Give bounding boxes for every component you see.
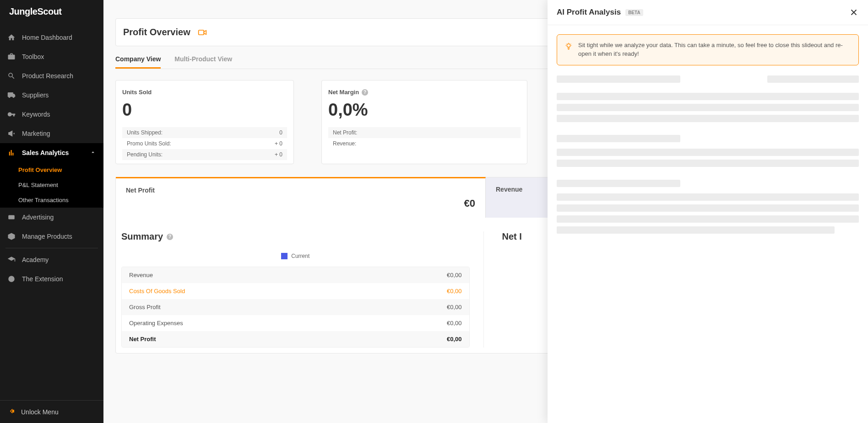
nav-label: Manage Products bbox=[22, 233, 72, 240]
nav-marketing[interactable]: Marketing bbox=[0, 124, 103, 143]
skeleton-block bbox=[557, 75, 859, 122]
ad-icon bbox=[7, 213, 16, 221]
stat-row: Revenue: bbox=[328, 138, 521, 149]
nav-label: Product Research bbox=[22, 72, 73, 80]
nav-home-dashboard[interactable]: Home Dashboard bbox=[0, 28, 103, 47]
skeleton-block bbox=[557, 135, 859, 167]
globe-icon bbox=[7, 275, 16, 283]
units-sold-card: Units Sold 0 Units Shipped:0 Promo Units… bbox=[115, 80, 294, 164]
summary-row-opex: Operating Expenses€0,00 bbox=[122, 315, 469, 331]
main-nav: Home Dashboard Toolbox Product Research … bbox=[0, 23, 103, 400]
nav-product-research[interactable]: Product Research bbox=[0, 66, 103, 86]
unlock-menu-button[interactable]: Unlock Menu bbox=[0, 400, 103, 423]
help-icon[interactable]: ? bbox=[167, 234, 173, 240]
video-icon[interactable] bbox=[198, 28, 207, 37]
nav-label: Academy bbox=[22, 256, 49, 263]
summary-table: Revenue€0,00 Costs Of Goods Sold€0,00 Gr… bbox=[121, 267, 470, 348]
net-margin-value: 0,0% bbox=[328, 100, 521, 120]
subnav-other-transactions[interactable]: Other Transactions bbox=[0, 193, 103, 208]
nav-extension[interactable]: The Extension bbox=[0, 269, 103, 289]
nav-label: Toolbox bbox=[22, 53, 44, 60]
profit-tab-net-profit[interactable]: Net Profit €0 bbox=[116, 177, 486, 218]
key-icon bbox=[7, 110, 16, 118]
legend: Current bbox=[121, 253, 470, 259]
units-sold-label: Units Sold bbox=[122, 89, 287, 96]
nav-keywords[interactable]: Keywords bbox=[0, 105, 103, 124]
stat-row: Net Profit: bbox=[328, 127, 521, 138]
slideout-body: Sit tight while we analyze your data. Th… bbox=[548, 25, 868, 256]
chart-icon bbox=[7, 149, 16, 157]
stat-row: Units Shipped:0 bbox=[122, 127, 287, 138]
graduation-icon bbox=[7, 256, 16, 264]
summary-row-net-profit: Net Profit€0,00 bbox=[122, 331, 469, 347]
net-margin-card: Net Margin ? 0,0% Net Profit: Revenue: bbox=[321, 80, 527, 164]
summary-row-gross: Gross Profit€0,00 bbox=[122, 299, 469, 315]
truck-icon bbox=[7, 91, 16, 99]
summary-row-cogs[interactable]: Costs Of Goods Sold€0,00 bbox=[122, 283, 469, 299]
help-icon[interactable]: ? bbox=[362, 89, 368, 96]
svg-rect-3 bbox=[198, 30, 204, 35]
nav-advertising[interactable]: Advertising bbox=[0, 208, 103, 227]
nav-divider bbox=[5, 248, 98, 248]
legend-label: Current bbox=[291, 253, 309, 259]
net-margin-label: Net Margin ? bbox=[328, 89, 521, 96]
svg-rect-0 bbox=[8, 215, 15, 220]
summary-row-revenue: Revenue€0,00 bbox=[122, 267, 469, 283]
nav-sales-analytics[interactable]: Sales Analytics bbox=[0, 143, 103, 162]
nav-academy[interactable]: Academy bbox=[0, 250, 103, 269]
nav-label: Advertising bbox=[22, 214, 54, 221]
close-icon[interactable] bbox=[849, 7, 859, 17]
nav-label: Sales Analytics bbox=[22, 149, 69, 156]
loading-alert: Sit tight while we analyze your data. Th… bbox=[557, 34, 859, 65]
nav-label: Keywords bbox=[22, 111, 50, 118]
home-icon bbox=[7, 33, 16, 42]
ai-profit-analysis-slideout: AI Profit Analysis BETA Sit tight while … bbox=[548, 0, 868, 423]
units-sold-value: 0 bbox=[122, 100, 287, 120]
alert-text: Sit tight while we analyze your data. Th… bbox=[578, 41, 851, 59]
beta-badge: BETA bbox=[625, 9, 643, 16]
page-title: Profit Overview bbox=[123, 27, 190, 37]
unlock-label: Unlock Menu bbox=[21, 408, 59, 416]
sidebar: JungleScout Home Dashboard Toolbox Produ… bbox=[0, 0, 103, 423]
nav-label: Marketing bbox=[22, 130, 50, 137]
box-icon bbox=[7, 232, 16, 241]
tab-multi-product-view[interactable]: Multi-Product View bbox=[174, 55, 232, 69]
slideout-header: AI Profit Analysis BETA bbox=[548, 0, 868, 25]
toolbox-icon bbox=[7, 53, 16, 61]
svg-rect-2 bbox=[12, 410, 15, 412]
subnav-profit-overview[interactable]: Profit Overview bbox=[0, 162, 103, 177]
stat-row: Pending Units:+ 0 bbox=[122, 149, 287, 160]
svg-point-4 bbox=[567, 44, 570, 48]
legend-color-current bbox=[281, 253, 288, 259]
search-icon bbox=[7, 72, 16, 80]
megaphone-icon bbox=[7, 129, 16, 138]
summary-title: Summary ? bbox=[121, 231, 470, 242]
nav-suppliers[interactable]: Suppliers bbox=[0, 86, 103, 105]
sales-analytics-submenu: Profit Overview P&L Statement Other Tran… bbox=[0, 162, 103, 208]
nav-label: Suppliers bbox=[22, 91, 49, 99]
tab-company-view[interactable]: Company View bbox=[115, 55, 161, 69]
skeleton-block bbox=[557, 180, 859, 234]
chevron-up-icon bbox=[90, 149, 96, 157]
subnav-pl-statement[interactable]: P&L Statement bbox=[0, 177, 103, 193]
nav-label: Home Dashboard bbox=[22, 34, 72, 41]
brand-logo: JungleScout bbox=[0, 0, 103, 23]
summary-section: Summary ? Current Revenue€0,00 Costs Of … bbox=[121, 231, 484, 348]
nav-label: The Extension bbox=[22, 275, 63, 283]
nav-toolbox[interactable]: Toolbox bbox=[0, 47, 103, 66]
slideout-title: AI Profit Analysis bbox=[557, 8, 621, 17]
lightbulb-icon bbox=[564, 42, 573, 50]
stat-row: Promo Units Sold:+ 0 bbox=[122, 138, 287, 149]
svg-point-1 bbox=[8, 276, 15, 282]
unlock-icon bbox=[7, 407, 16, 417]
nav-manage-products[interactable]: Manage Products bbox=[0, 227, 103, 246]
